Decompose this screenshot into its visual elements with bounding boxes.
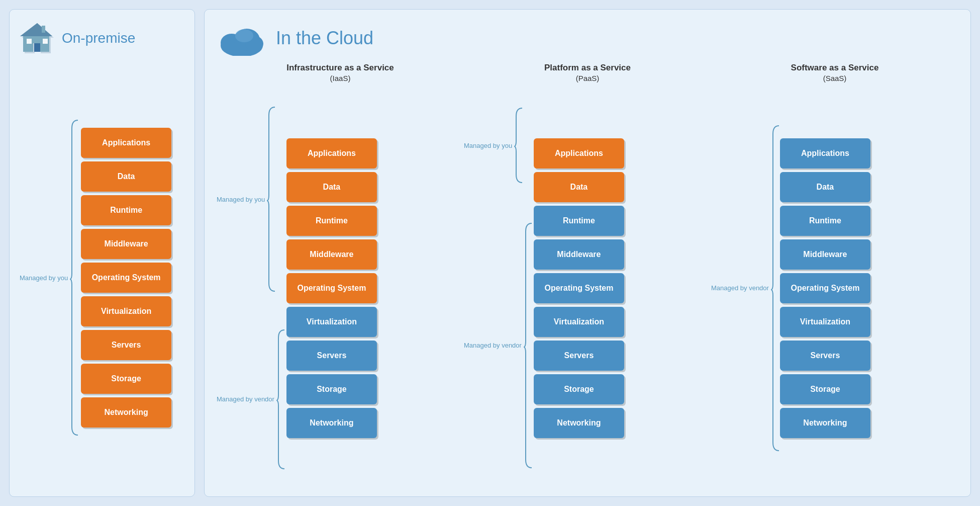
stack-box-virtualization: Virtualization	[81, 296, 171, 326]
stack-box-networking: Networking	[81, 397, 171, 428]
iaas-subtitle: (IaaS)	[330, 74, 351, 82]
stack-box-runtime: Runtime	[81, 195, 171, 225]
on-premise-title: On-premise	[62, 30, 135, 46]
iaas-bracket-you	[267, 106, 276, 292]
on-prem-stack: Managed by you ApplicationsDataRuntimeMi…	[20, 70, 184, 485]
saas-boxes: ApplicationsDataRuntimeMiddlewareOperati…	[780, 138, 870, 438]
cloud-title: In the Cloud	[276, 28, 373, 49]
stack-box-operating-system: Operating System	[534, 273, 624, 303]
on-prem-managed-label: Managed by you	[20, 274, 68, 282]
paas-managed-vendor-label: Managed by vendor	[464, 342, 522, 349]
stack-box-runtime: Runtime	[534, 206, 624, 236]
saas-managed-vendor-label: Managed by vendor	[711, 284, 769, 292]
stack-box-storage: Storage	[780, 374, 870, 404]
stack-box-virtualization: Virtualization	[286, 307, 377, 337]
saas-bracket-vendor	[771, 125, 780, 452]
on-premise-panel: On-premise Managed by you ApplicationsDa…	[9, 9, 195, 497]
stack-box-runtime: Runtime	[780, 206, 870, 236]
cloud-icon	[217, 21, 267, 56]
stack-box-middleware: Middleware	[286, 239, 377, 270]
stack-box-applications: Applications	[286, 138, 377, 168]
paas-subtitle: (PaaS)	[576, 74, 600, 82]
stack-box-servers: Servers	[780, 341, 870, 371]
main-container: On-premise Managed by you ApplicationsDa…	[0, 0, 980, 506]
stack-box-applications: Applications	[81, 128, 171, 158]
saas-column: Software as a Service (SaaS) Managed by …	[711, 63, 958, 485]
stack-box-operating-system: Operating System	[780, 273, 870, 303]
iaas-bracket-vendor	[276, 329, 285, 470]
stack-box-data: Data	[81, 161, 171, 192]
stack-box-middleware: Middleware	[534, 239, 624, 270]
stack-box-middleware: Middleware	[780, 239, 870, 270]
stack-box-data: Data	[534, 172, 624, 202]
on-prem-bracket	[70, 119, 79, 436]
house-icon	[20, 21, 55, 56]
stack-box-virtualization: Virtualization	[534, 307, 624, 337]
cloud-panel: In the Cloud Infrastructure as a Service…	[204, 9, 971, 497]
iaas-title: Infrastructure as a Service	[286, 63, 394, 73]
stack-box-operating-system: Operating System	[81, 263, 171, 293]
paas-managed-you-label: Managed by you	[464, 142, 512, 149]
stack-box-storage: Storage	[81, 364, 171, 394]
svg-rect-3	[34, 43, 40, 52]
stack-box-networking: Networking	[780, 408, 870, 438]
stack-box-middleware: Middleware	[81, 229, 171, 259]
stack-box-applications: Applications	[780, 138, 870, 168]
iaas-managed-vendor-label: Managed by vendor	[217, 395, 274, 403]
iaas-boxes: ApplicationsDataRuntimeMiddlewareOperati…	[286, 138, 377, 438]
svg-point-11	[235, 29, 253, 42]
on-prem-boxes: ApplicationsDataRuntimeMiddlewareOperati…	[81, 128, 171, 428]
stack-box-servers: Servers	[81, 330, 171, 360]
stack-box-storage: Storage	[286, 374, 377, 404]
stack-box-networking: Networking	[286, 408, 377, 438]
on-premise-header: On-premise	[20, 21, 135, 56]
paas-title: Platform as a Service	[544, 63, 631, 73]
stack-box-networking: Networking	[534, 408, 624, 438]
paas-bracket-you	[514, 107, 523, 184]
cloud-header: In the Cloud	[217, 21, 958, 56]
stack-box-runtime: Runtime	[286, 206, 377, 236]
stack-box-servers: Servers	[534, 341, 624, 371]
stack-box-storage: Storage	[534, 374, 624, 404]
svg-rect-4	[27, 39, 32, 44]
stack-box-servers: Servers	[286, 341, 377, 371]
saas-subtitle: (SaaS)	[823, 74, 847, 82]
cloud-services: Infrastructure as a Service (IaaS) Manag…	[217, 63, 958, 485]
saas-title: Software as a Service	[791, 63, 879, 73]
paas-boxes: ApplicationsDataRuntimeMiddlewareOperati…	[534, 138, 624, 438]
stack-box-applications: Applications	[534, 138, 624, 168]
svg-rect-6	[42, 26, 45, 33]
iaas-column: Infrastructure as a Service (IaaS) Manag…	[217, 63, 464, 485]
stack-box-virtualization: Virtualization	[780, 307, 870, 337]
svg-marker-2	[20, 23, 52, 36]
iaas-managed-you-label: Managed by you	[217, 196, 265, 203]
stack-box-data: Data	[286, 172, 377, 202]
paas-column: Platform as a Service (PaaS) Managed by …	[464, 63, 711, 485]
svg-rect-5	[43, 39, 48, 44]
stack-box-operating-system: Operating System	[286, 273, 377, 303]
paas-bracket-vendor	[524, 222, 533, 469]
stack-box-data: Data	[780, 172, 870, 202]
